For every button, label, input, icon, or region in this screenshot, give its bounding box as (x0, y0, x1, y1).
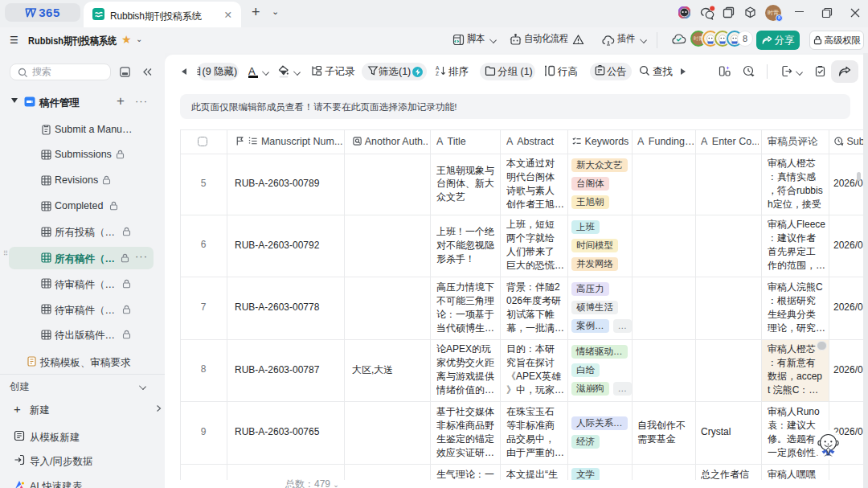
svg-text:Z: Z (436, 71, 439, 76)
svg-text:A: A (436, 65, 440, 71)
